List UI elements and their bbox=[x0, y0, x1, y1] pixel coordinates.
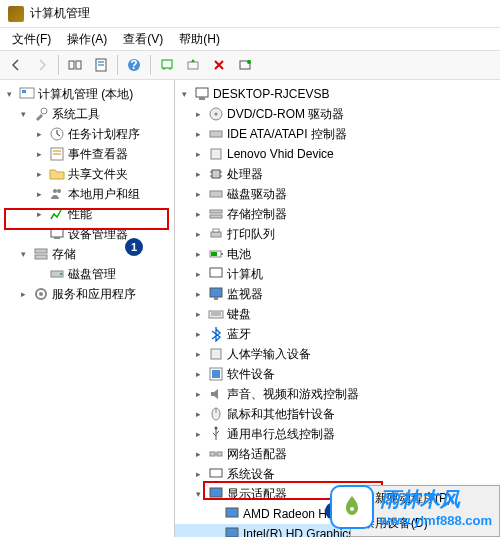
tree-label: 服务和应用程序 bbox=[52, 286, 136, 303]
device-system-dev[interactable]: ▸系统设备 bbox=[175, 464, 500, 484]
svg-rect-57 bbox=[212, 370, 220, 378]
expander-icon[interactable]: ▸ bbox=[191, 147, 205, 161]
expander-icon[interactable]: ▸ bbox=[191, 107, 205, 121]
menu-file[interactable]: 文件(F) bbox=[4, 29, 59, 50]
expander-icon[interactable]: ▸ bbox=[191, 367, 205, 381]
expander-icon[interactable]: ▸ bbox=[32, 187, 46, 201]
tree-device-manager[interactable]: ▸设备管理器 bbox=[0, 224, 174, 244]
expander-icon[interactable]: ▸ bbox=[32, 207, 46, 221]
show-hide-button[interactable] bbox=[63, 53, 87, 77]
device-usb[interactable]: ▸通用串行总线控制器 bbox=[175, 424, 500, 444]
device-batteries[interactable]: ▸电池 bbox=[175, 244, 500, 264]
svg-rect-10 bbox=[188, 62, 198, 69]
tree-performance[interactable]: ▸性能 bbox=[0, 204, 174, 224]
tree-label: 存储控制器 bbox=[227, 206, 287, 223]
watermark-url: www.ylmf888.com bbox=[380, 513, 492, 528]
uninstall-button[interactable] bbox=[207, 53, 231, 77]
device-audio[interactable]: ▸声音、视频和游戏控制器 bbox=[175, 384, 500, 404]
system-icon bbox=[208, 466, 224, 482]
device-lenovo[interactable]: ▸Lenovo Vhid Device bbox=[175, 144, 500, 164]
back-button[interactable] bbox=[4, 53, 28, 77]
device-bluetooth[interactable]: ▸蓝牙 bbox=[175, 324, 500, 344]
device-network[interactable]: ▸网络适配器 bbox=[175, 444, 500, 464]
tree-services[interactable]: ▸服务和应用程序 bbox=[0, 284, 174, 304]
tree-label: 鼠标和其他指针设备 bbox=[227, 406, 335, 423]
expander-icon[interactable]: ▸ bbox=[191, 407, 205, 421]
tree-storage[interactable]: ▾存储 bbox=[0, 244, 174, 264]
dvd-icon bbox=[208, 106, 224, 122]
device-hid[interactable]: ▸人体学输入设备 bbox=[175, 344, 500, 364]
device-computer[interactable]: ▸计算机 bbox=[175, 264, 500, 284]
expander-icon[interactable]: ▸ bbox=[191, 307, 205, 321]
expander-icon[interactable]: ▸ bbox=[191, 387, 205, 401]
tree-label: 显示适配器 bbox=[227, 486, 287, 503]
tree-shared-folders[interactable]: ▸共享文件夹 bbox=[0, 164, 174, 184]
tree-local-users[interactable]: ▸本地用户和组 bbox=[0, 184, 174, 204]
expander-icon[interactable]: ▸ bbox=[191, 287, 205, 301]
device-sw-devices[interactable]: ▸软件设备 bbox=[175, 364, 500, 384]
expander-icon[interactable]: ▸ bbox=[16, 287, 30, 301]
expander-icon[interactable]: ▸ bbox=[32, 167, 46, 181]
forward-button[interactable] bbox=[30, 53, 54, 77]
device-monitors[interactable]: ▸监视器 bbox=[175, 284, 500, 304]
expander-icon[interactable]: ▸ bbox=[191, 187, 205, 201]
refresh-button[interactable] bbox=[233, 53, 257, 77]
tree-disk-mgmt[interactable]: ▸磁盘管理 bbox=[0, 264, 174, 284]
expander-icon[interactable]: ▸ bbox=[191, 227, 205, 241]
svg-rect-49 bbox=[210, 268, 222, 277]
expander-icon[interactable]: ▾ bbox=[191, 487, 205, 501]
svg-rect-34 bbox=[210, 131, 222, 137]
tree-label: 打印队列 bbox=[227, 226, 275, 243]
svg-point-15 bbox=[41, 108, 47, 114]
device-dvd[interactable]: ▸DVD/CD-ROM 驱动器 bbox=[175, 104, 500, 124]
device-print-queues[interactable]: ▸打印队列 bbox=[175, 224, 500, 244]
device-ide[interactable]: ▸IDE ATA/ATAPI 控制器 bbox=[175, 124, 500, 144]
expander-icon[interactable]: ▸ bbox=[191, 247, 205, 261]
svg-point-70 bbox=[350, 507, 354, 511]
tree-root-computer-mgmt[interactable]: ▾计算机管理 (本地) bbox=[0, 84, 174, 104]
expander-icon[interactable]: ▸ bbox=[191, 327, 205, 341]
expander-icon[interactable]: ▾ bbox=[16, 107, 30, 121]
expander-icon[interactable]: ▸ bbox=[32, 127, 46, 141]
device-processors[interactable]: ▸处理器 bbox=[175, 164, 500, 184]
device-storage-ctrl[interactable]: ▸存储控制器 bbox=[175, 204, 500, 224]
device-root[interactable]: ▾DESKTOP-RJCEVSB bbox=[175, 84, 500, 104]
svg-rect-22 bbox=[51, 229, 63, 237]
expander-icon[interactable]: ▸ bbox=[191, 447, 205, 461]
tree-label: 系统设备 bbox=[227, 466, 275, 483]
device-disk-drives[interactable]: ▸磁盘驱动器 bbox=[175, 184, 500, 204]
tree-event-viewer[interactable]: ▸事件查看器 bbox=[0, 144, 174, 164]
menu-view[interactable]: 查看(V) bbox=[115, 29, 171, 50]
device-keyboards[interactable]: ▸键盘 bbox=[175, 304, 500, 324]
update-driver-button[interactable] bbox=[181, 53, 205, 77]
svg-rect-0 bbox=[69, 61, 74, 69]
svg-rect-23 bbox=[54, 237, 60, 239]
expander-icon[interactable]: ▸ bbox=[191, 127, 205, 141]
toolbar-separator bbox=[58, 55, 59, 75]
tree-system-tools[interactable]: ▾系统工具 bbox=[0, 104, 174, 124]
expander-icon[interactable]: ▸ bbox=[32, 147, 46, 161]
device-mice[interactable]: ▸鼠标和其他指针设备 bbox=[175, 404, 500, 424]
expander-icon[interactable]: ▸ bbox=[191, 167, 205, 181]
expander-icon[interactable]: ▸ bbox=[191, 267, 205, 281]
help-button[interactable]: ? bbox=[122, 53, 146, 77]
scan-button[interactable] bbox=[155, 53, 179, 77]
expander-icon[interactable]: ▸ bbox=[191, 207, 205, 221]
expander-icon[interactable]: ▸ bbox=[191, 427, 205, 441]
svg-rect-66 bbox=[226, 508, 238, 517]
users-icon bbox=[49, 186, 65, 202]
svg-rect-25 bbox=[35, 255, 47, 259]
expander-icon[interactable]: ▾ bbox=[16, 247, 30, 261]
tree-label: IDE ATA/ATAPI 控制器 bbox=[227, 126, 347, 143]
expander-icon[interactable]: ▾ bbox=[177, 87, 191, 101]
expander-icon[interactable]: ▸ bbox=[191, 347, 205, 361]
tree-task-scheduler[interactable]: ▸任务计划程序 bbox=[0, 124, 174, 144]
expander-icon[interactable]: ▸ bbox=[191, 467, 205, 481]
folder-share-icon bbox=[49, 166, 65, 182]
expander-icon[interactable]: ▾ bbox=[2, 87, 16, 101]
computer-mgmt-icon bbox=[19, 86, 35, 102]
menu-action[interactable]: 操作(A) bbox=[59, 29, 115, 50]
properties-button[interactable] bbox=[89, 53, 113, 77]
tree-label: 计算机 bbox=[227, 266, 263, 283]
menu-help[interactable]: 帮助(H) bbox=[171, 29, 228, 50]
